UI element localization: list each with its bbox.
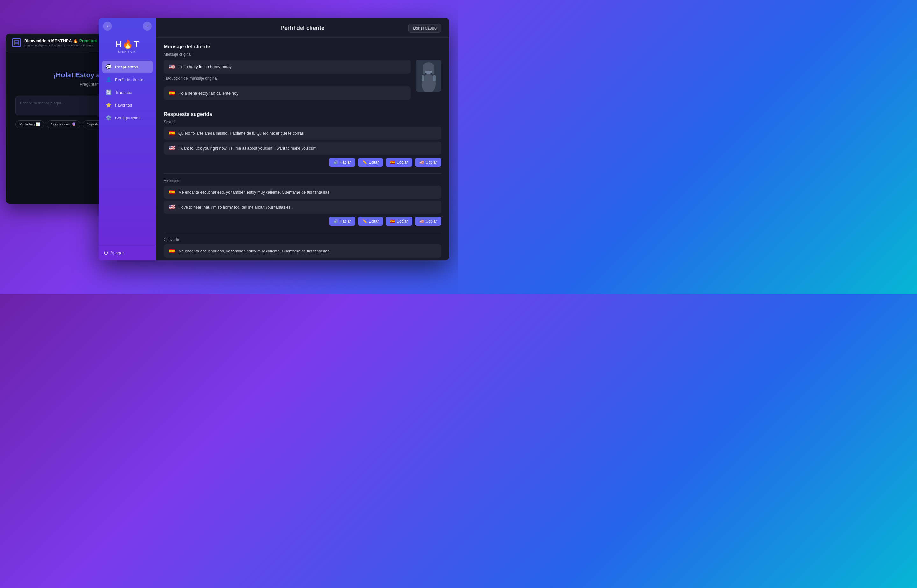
traductor-icon: 🔄: [106, 89, 112, 95]
right-scroll-area[interactable]: Mensaje del cliente Mensaje original 🇺🇸 …: [156, 37, 449, 260]
convertir-section: Convertir 🇪🇸 Me encanta escuchar eso, yo…: [164, 237, 441, 258]
copiar-es-label-2: Copiar: [396, 219, 408, 223]
copiar-en-label: Copiar: [426, 160, 437, 165]
logo-t: T: [134, 39, 139, 49]
bg-title-icon: 🔥: [73, 39, 78, 43]
svg-rect-8: [421, 75, 424, 81]
favoritos-label: Favoritos: [115, 103, 132, 108]
client-id-badge: BorisT01898: [408, 24, 441, 33]
copiar-es-flag-2: 🇪🇸: [390, 219, 395, 223]
edit-icon-2: ✏️: [362, 219, 367, 223]
sidebar-item-traductor[interactable]: 🔄 Traductor: [102, 86, 153, 99]
logo-flame: 🔥: [123, 39, 133, 49]
traductor-label: Traductor: [115, 90, 132, 95]
power-label: Apagar: [110, 250, 124, 255]
profile-photo: [416, 60, 441, 92]
sidebar-item-configuracion[interactable]: ⚙️ Configuración: [102, 112, 153, 124]
right-header: Perfil del cliente BorisT01898: [156, 18, 449, 37]
bg-title-text: Bienvenido a: [24, 39, 50, 43]
editar-label: Editar: [369, 160, 379, 165]
configuracion-label: Configuración: [115, 116, 140, 120]
bg-tag-sugerencias[interactable]: Sugerencias 🔮: [47, 120, 80, 128]
amistoso-copiar-es-button[interactable]: 🇪🇸 Copiar: [386, 217, 412, 226]
amistoso-section: Amistoso 🇪🇸 Me encanta escuchar eso, yo …: [164, 179, 441, 226]
amistoso-suggestion-es: 🇪🇸 Me encanta escuchar eso, yo también e…: [164, 186, 441, 199]
amistoso-flag-es: 🇪🇸: [169, 189, 175, 195]
amistoso-flag-en: 🇺🇸: [169, 204, 175, 210]
sexual-copiar-es-button[interactable]: 🇪🇸 Copiar: [386, 158, 412, 167]
sexual-copiar-en-button[interactable]: 🇺🇸 Copiar: [415, 158, 441, 167]
sidebar-item-perfil[interactable]: 👤 Perfil de cliente: [102, 74, 153, 86]
sidebar-item-respuestas[interactable]: 💬 Respuestas: [102, 61, 153, 73]
respuesta-title: Respuesta sugerida: [164, 111, 441, 117]
amistoso-label: Amistoso: [164, 179, 441, 183]
speaker-icon: 🔊: [333, 160, 338, 165]
right-panel: Perfil del cliente BorisT01898 Mensaje d…: [156, 18, 449, 260]
respuestas-icon: 💬: [106, 64, 112, 70]
sexual-section: Sexual 🇪🇸 Quiero follarte ahora mismo. H…: [164, 120, 441, 167]
logo-sub: MENTOR: [118, 50, 137, 53]
respuestas-label: Respuestas: [115, 65, 138, 69]
sidebar-item-favoritos[interactable]: ⭐ Favoritos: [102, 99, 153, 111]
svg-rect-9: [433, 75, 436, 81]
edit-icon: ✏️: [362, 160, 367, 165]
copiar-es-label: Copiar: [396, 160, 408, 165]
amistoso-suggestion-en: 🇺🇸 I love to hear that, I'm so horny too…: [164, 200, 441, 213]
sidebar-menu: 💬 Respuestas 👤 Perfil de cliente 🔄 Tradu…: [99, 58, 156, 245]
sexual-suggestion-es: 🇪🇸 Quiero follarte ahora mismo. Háblame …: [164, 127, 441, 140]
sidebar: ‹ − H🔥T MENTOR 💬 Respuestas 👤 Perfil de …: [99, 18, 156, 260]
sidebar-nav-top: ‹ −: [99, 18, 156, 31]
sexual-action-buttons: 🔊 Hablar ✏️ Editar 🇪🇸 Copiar 🇺🇸 Copiar: [164, 158, 441, 167]
sexual-label: Sexual: [164, 120, 441, 124]
translation-box: 🇪🇸 Hola nena estoy tan caliente hoy: [164, 86, 411, 100]
bg-subtitle: Monitor inteligente, soluciones y motiva…: [24, 44, 97, 47]
convertir-text-es: Me encanta escuchar eso, yo también esto…: [178, 249, 329, 254]
copiar-en-label-2: Copiar: [426, 219, 437, 223]
divider-2: [164, 232, 441, 233]
sexual-hablar-button[interactable]: 🔊 Hablar: [329, 158, 355, 167]
sexual-flag-es: 🇪🇸: [169, 130, 175, 136]
svg-rect-7: [432, 67, 434, 74]
logo-h: H: [116, 39, 122, 49]
sidebar-close-button[interactable]: −: [143, 22, 152, 31]
convertir-suggestion-es: 🇪🇸 Me encanta escuchar eso, yo también e…: [164, 244, 441, 258]
hablar-label: Hablar: [340, 160, 351, 165]
sidebar-bottom: ⏻ Apagar: [99, 245, 156, 260]
sidebar-logo: H🔥T MENTOR: [99, 33, 156, 58]
copiar-en-flag-2: 🇺🇸: [419, 219, 424, 223]
amistoso-text-en: I love to hear that, I'm so horny too. t…: [178, 205, 291, 210]
bg-logo: Bienvenido a MENTHRA 🔥 Premium Monitor i…: [12, 38, 97, 47]
amistoso-text-es: Me encanta escuchar eso, yo también esto…: [178, 190, 329, 194]
sexual-suggestion-en: 🇺🇸 I want to fuck you right now. Tell me…: [164, 142, 441, 155]
amistoso-copiar-en-button[interactable]: 🇺🇸 Copiar: [415, 217, 441, 226]
sexual-editar-button[interactable]: ✏️ Editar: [358, 158, 383, 167]
translation-flag: 🇪🇸: [169, 90, 175, 96]
convertir-label: Convertir: [164, 237, 441, 242]
hablar-label-2: Hablar: [340, 219, 351, 223]
amistoso-action-buttons: 🔊 Hablar ✏️ Editar 🇪🇸 Copiar 🇺🇸 Copiar: [164, 217, 441, 226]
bg-app-title: Bienvenido a MENTHRA 🔥 Premium: [24, 39, 97, 43]
bg-premium-badge: Premium: [79, 39, 97, 43]
sexual-text-es: Quiero follarte ahora mismo. Háblame de …: [178, 131, 304, 136]
message-row: 🇺🇸 Hello baby im so horny today Traducci…: [164, 60, 441, 106]
power-icon: ⏻: [104, 250, 108, 255]
right-header-title: Perfil del cliente: [258, 25, 347, 32]
amistoso-hablar-button[interactable]: 🔊 Hablar: [329, 217, 355, 226]
translation-text: Hola nena estoy tan caliente hoy: [178, 91, 239, 95]
original-message-box: 🇺🇸 Hello baby im so horny today: [164, 60, 411, 74]
bg-tag-marketing[interactable]: Marketing 📊: [15, 120, 44, 128]
sidebar-back-button[interactable]: ‹: [103, 22, 112, 31]
mensaje-original-label: Mensaje original: [164, 52, 441, 57]
mensaje-section-title: Mensaje del cliente: [164, 44, 441, 50]
perfil-icon: 👤: [106, 77, 112, 82]
amistoso-editar-button[interactable]: ✏️ Editar: [358, 217, 383, 226]
original-message-text: Hello baby im so horny today: [178, 64, 232, 69]
configuracion-icon: ⚙️: [106, 115, 112, 121]
original-flag: 🇺🇸: [169, 64, 175, 70]
power-button[interactable]: ⏻ Apagar: [104, 250, 151, 255]
bg-title-bold: MENTHRA: [51, 39, 72, 43]
editar-label-2: Editar: [369, 219, 379, 223]
main-panel: ‹ − H🔥T MENTOR 💬 Respuestas 👤 Perfil de …: [99, 18, 449, 260]
convertir-flag-es: 🇪🇸: [169, 248, 175, 254]
sexual-flag-en: 🇺🇸: [169, 145, 175, 151]
